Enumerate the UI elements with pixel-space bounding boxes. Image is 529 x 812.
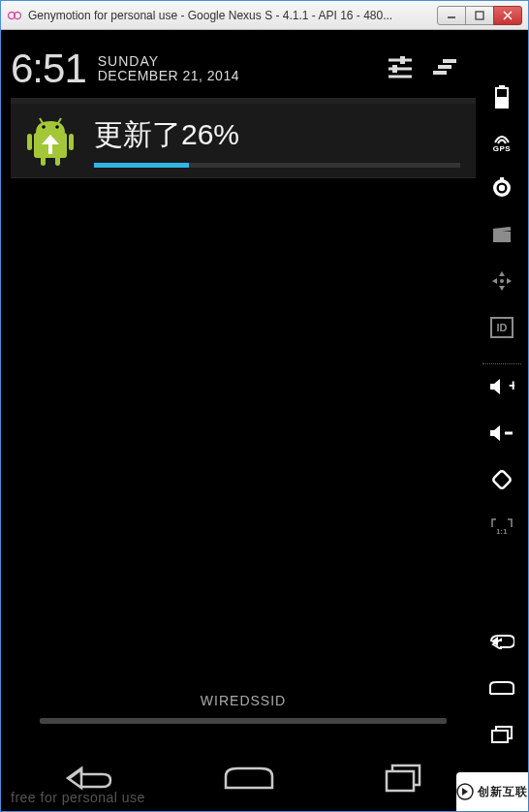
svg-text:ID: ID — [497, 322, 508, 333]
shade-footer: WIREDSSID — [11, 693, 476, 724]
clapperboard-icon[interactable] — [485, 218, 518, 251]
svg-rect-33 — [400, 56, 405, 64]
quick-settings-icon[interactable] — [387, 55, 414, 82]
workspace: GPS ID + — [1, 30, 528, 811]
network-ssid: WIREDSSID — [201, 693, 286, 708]
svg-rect-52 — [387, 771, 414, 791]
svg-marker-16 — [499, 286, 505, 291]
svg-marker-50 — [68, 768, 81, 788]
gps-icon[interactable]: GPS — [485, 127, 518, 160]
svg-rect-26 — [492, 470, 512, 489]
clock: 6:51 — [11, 46, 86, 92]
svg-rect-46 — [69, 134, 74, 150]
shade-drag-handle[interactable] — [40, 718, 447, 724]
minimize-button[interactable] — [437, 6, 466, 25]
svg-rect-47 — [41, 156, 46, 166]
home-icon[interactable] — [485, 671, 518, 704]
identifier-icon[interactable]: ID — [485, 311, 518, 344]
day-of-week: SUNDAY — [98, 54, 239, 69]
notification-item[interactable]: 更新了26% — [11, 104, 476, 178]
date-block: SUNDAY DECEMBER 21, 2014 — [98, 54, 239, 84]
pixel-ratio-icon[interactable]: 1:1 — [485, 510, 518, 543]
genymotion-side-toolbar: GPS ID + — [476, 59, 528, 811]
svg-marker-22 — [490, 379, 500, 394]
svg-point-41 — [42, 125, 46, 129]
svg-line-43 — [40, 118, 43, 123]
svg-marker-18 — [507, 278, 512, 284]
nav-home-button[interactable] — [222, 766, 276, 794]
battery-icon[interactable] — [485, 80, 518, 113]
back-icon[interactable] — [485, 625, 518, 658]
svg-rect-13 — [493, 232, 511, 242]
svg-rect-8 — [496, 97, 508, 108]
notification-body: 更新了26% — [94, 115, 460, 168]
svg-point-11 — [499, 185, 505, 191]
close-button[interactable] — [493, 6, 522, 25]
main-window: Genymotion for personal use - Google Nex… — [0, 0, 529, 812]
corner-logo: 创新互联 — [456, 772, 528, 811]
svg-line-44 — [58, 118, 61, 123]
progress-bar — [94, 163, 460, 168]
shade-body — [11, 178, 476, 693]
svg-rect-37 — [443, 59, 456, 63]
svg-rect-3 — [476, 12, 483, 19]
svg-rect-25 — [505, 432, 513, 435]
svg-point-42 — [55, 125, 59, 129]
notification-title: 更新了26% — [94, 115, 460, 155]
android-package-icon — [24, 115, 77, 168]
window-title: Genymotion for personal use - Google Nex… — [28, 9, 438, 22]
svg-rect-35 — [392, 65, 397, 73]
svg-rect-30 — [492, 731, 508, 742]
maximize-button[interactable] — [465, 6, 494, 25]
dpad-icon[interactable] — [485, 265, 518, 297]
svg-rect-48 — [55, 156, 60, 166]
nav-back-button[interactable] — [64, 765, 114, 795]
svg-text:+: + — [509, 377, 514, 393]
android-navbar — [11, 753, 476, 807]
date: DECEMBER 21, 2014 — [98, 69, 239, 83]
svg-rect-38 — [438, 65, 451, 69]
volume-down-icon[interactable] — [485, 417, 518, 450]
svg-marker-17 — [492, 278, 497, 284]
recent-apps-icon[interactable] — [485, 718, 518, 751]
svg-marker-15 — [499, 271, 505, 276]
svg-rect-45 — [27, 134, 32, 150]
svg-rect-39 — [433, 71, 447, 75]
progress-bar-fill — [94, 163, 189, 168]
corner-logo-text: 创新互联 — [478, 784, 528, 800]
svg-point-19 — [500, 279, 504, 283]
nav-recent-button[interactable] — [384, 764, 422, 796]
volume-up-icon[interactable]: + — [485, 370, 518, 403]
camera-icon[interactable] — [485, 172, 518, 204]
svg-rect-12 — [500, 177, 504, 181]
device-screen: 6:51 SUNDAY DECEMBER 21, 2014 — [11, 36, 476, 807]
notification-shade-header[interactable]: 6:51 SUNDAY DECEMBER 21, 2014 — [11, 36, 476, 98]
toolbar-divider — [482, 363, 521, 364]
svg-marker-24 — [490, 425, 500, 441]
rotate-icon[interactable] — [485, 463, 518, 496]
title-bar: Genymotion for personal use - Google Nex… — [1, 1, 528, 30]
clear-all-icon[interactable] — [433, 58, 458, 79]
app-icon — [7, 8, 22, 23]
